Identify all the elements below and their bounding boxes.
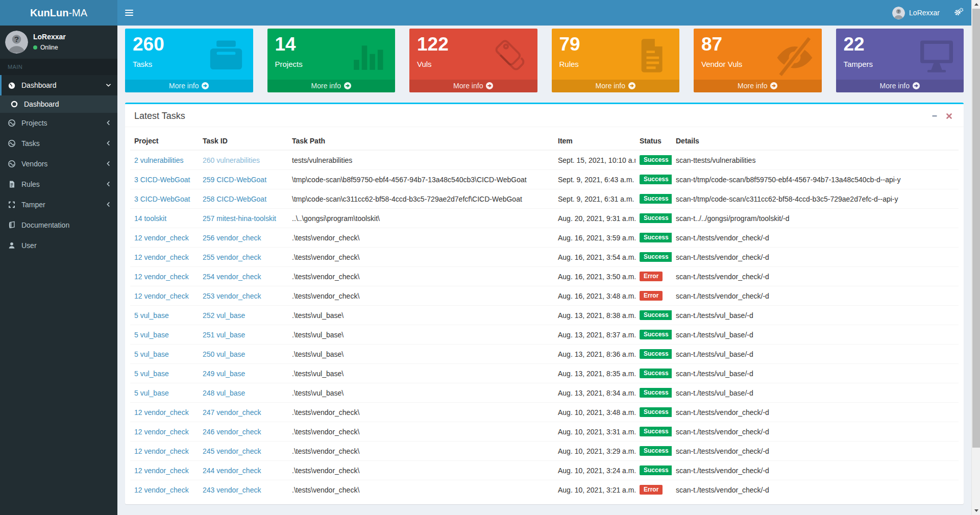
close-button[interactable] — [943, 110, 954, 121]
circle-o-icon — [10, 100, 19, 108]
task-details: scan-t./tests/vul_base/-d — [676, 370, 753, 378]
task-id-link[interactable]: 243 vendor_check — [203, 486, 261, 494]
project-link[interactable]: 5 vul_base — [134, 389, 169, 397]
sidebar-user-status[interactable]: Online — [33, 44, 66, 51]
task-id-link[interactable]: 249 vul_base — [203, 370, 245, 378]
task-id-link[interactable]: 258 CICD-WebGoat — [203, 195, 266, 203]
settings-button[interactable] — [946, 0, 971, 26]
task-id-link[interactable]: 246 vendor_check — [203, 428, 261, 436]
task-details: scan-t./tests/vendor_check/-d — [676, 486, 769, 494]
task-id-link[interactable]: 257 mitest-hina-toolskit — [203, 214, 276, 223]
task-id-link[interactable]: 244 vendor_check — [203, 467, 261, 475]
scroll-down-button[interactable] — [972, 506, 980, 515]
sidebar-link-tasks[interactable]: Tasks — [0, 133, 117, 154]
task-path-cell: .\tests\vendor_check\ — [288, 461, 554, 480]
collapse-button[interactable] — [929, 110, 940, 121]
person-icon — [8, 241, 17, 250]
project-link[interactable]: 5 vul_base — [134, 311, 169, 320]
task-details: scan-t../../gongsi/program/toolskit/-d — [676, 214, 790, 223]
status-badge-cell: Error — [635, 286, 672, 306]
info-box-tasks: 260TasksMore info — [125, 29, 253, 92]
more-info-link[interactable]: More info — [836, 80, 964, 92]
task-item-date-cell: Aug. 13, 2021, 8:35 a.m. — [554, 364, 635, 383]
project-link[interactable]: 12 vendor_check — [134, 234, 189, 242]
sidebar-link-vendors[interactable]: Vendors — [0, 154, 117, 174]
project-link-cell: 5 vul_base — [130, 345, 199, 364]
project-link[interactable]: 12 vendor_check — [134, 428, 189, 436]
task-id-link[interactable]: 251 vul_base — [203, 331, 245, 339]
brand-logo[interactable]: KunLun-MA — [0, 0, 117, 26]
task-id-link-cell: 255 vendor_check — [199, 248, 288, 267]
gears-icon — [953, 8, 964, 18]
project-link[interactable]: 12 vendor_check — [134, 467, 189, 475]
scrollbar-thumb[interactable] — [972, 9, 980, 448]
task-id-link[interactable]: 256 vendor_check — [203, 234, 261, 242]
task-id-link[interactable]: 260 vulnerabilities — [203, 156, 260, 164]
project-link[interactable]: 12 vendor_check — [134, 486, 189, 494]
main-header: KunLun-MA ? LoRexxar — [0, 0, 971, 26]
sidebar-item-user: User — [0, 235, 117, 256]
sidebar-link-tamper[interactable]: Tamper — [0, 194, 117, 215]
project-link-cell: 12 vendor_check — [130, 442, 199, 461]
sidebar-menu: DashboardDashboardProjectsTasksVendorsRu… — [0, 75, 117, 256]
task-path: .\tests\vendor_check\ — [292, 428, 359, 436]
project-link[interactable]: 3 CICD-WebGoat — [134, 176, 190, 184]
task-item-date: Aug. 13, 2021, 8:35 a.m. — [558, 370, 635, 378]
sidebar-item-label: Rules — [21, 180, 40, 188]
more-info-link[interactable]: More info — [409, 80, 537, 92]
book-icon — [8, 221, 17, 229]
user-menu[interactable]: ? LoRexxar — [886, 0, 946, 26]
project-link-cell: 3 CICD-WebGoat — [130, 170, 199, 189]
project-link[interactable]: 12 vendor_check — [134, 292, 189, 300]
scroll-up-button[interactable] — [972, 0, 980, 9]
project-link[interactable]: 5 vul_base — [134, 370, 169, 378]
task-path-cell: \tmp\code-scan\b8f59750-ebf4-4567-94b7-1… — [288, 170, 554, 189]
more-info-link[interactable]: More info — [125, 80, 253, 92]
vertical-scrollbar[interactable] — [971, 0, 980, 515]
task-details: scan-ttests/vulnerabilities — [676, 156, 755, 164]
project-link[interactable]: 2 vulnerabilities — [134, 156, 184, 164]
project-link[interactable]: 12 vendor_check — [134, 408, 189, 416]
sidebar-link-user[interactable]: User — [0, 235, 117, 256]
task-id-link[interactable]: 254 vendor_check — [203, 273, 261, 281]
file-text-icon — [8, 180, 17, 188]
sidebar-link-dashboard[interactable]: Dashboard — [0, 75, 117, 95]
more-info-link[interactable]: More info — [267, 80, 396, 92]
project-link-cell: 12 vendor_check — [130, 286, 199, 306]
more-info-link[interactable]: More info — [552, 80, 680, 92]
task-id-link[interactable]: 247 vendor_check — [203, 408, 261, 416]
project-link[interactable]: 5 vul_base — [134, 350, 169, 358]
more-info-label: More info — [453, 82, 483, 90]
sidebar-link-documentation[interactable]: Documentation — [0, 215, 117, 235]
sidebar-link-rules[interactable]: Rules — [0, 174, 117, 194]
task-path-cell: .\tests\vul_base\ — [288, 325, 554, 345]
task-id-link[interactable]: 252 vul_base — [203, 311, 245, 320]
table-row: 5 vul_base251 vul_base.\tests\vul_base\A… — [130, 325, 959, 345]
project-link[interactable]: 14 toolskit — [134, 214, 166, 223]
task-id-link[interactable]: 248 vul_base — [203, 389, 245, 397]
task-id-link-cell: 252 vul_base — [199, 306, 288, 325]
project-link[interactable]: 3 CICD-WebGoat — [134, 195, 190, 203]
sidebar-sublink-dashboard[interactable]: Dashboard — [0, 95, 117, 113]
table-row: 12 vendor_check255 vendor_check.\tests\v… — [130, 248, 959, 267]
sidebar-link-projects[interactable]: Projects — [0, 113, 117, 133]
project-link[interactable]: 12 vendor_check — [134, 253, 189, 261]
status-badge: Success — [640, 465, 672, 475]
info-box-value: 79 — [559, 35, 675, 54]
status-badge-cell: Success — [635, 422, 672, 442]
project-link[interactable]: 5 vul_base — [134, 331, 169, 339]
task-item-date-cell: Aug. 10, 2021, 3:31 a.m. — [554, 422, 635, 442]
task-id-link[interactable]: 255 vendor_check — [203, 253, 261, 261]
more-info-link[interactable]: More info — [694, 80, 822, 92]
task-item-date: Aug. 13, 2021, 8:38 a.m. — [558, 311, 635, 320]
task-item-date: Aug. 16, 2021, 3:50 a.m. — [558, 273, 635, 281]
task-id-link[interactable]: 259 CICD-WebGoat — [203, 176, 266, 184]
column-header-task-path: Task Path — [288, 132, 554, 150]
sidebar-toggle-button[interactable] — [117, 0, 140, 26]
task-id-link[interactable]: 253 vendor_check — [203, 292, 261, 300]
project-link[interactable]: 12 vendor_check — [134, 447, 189, 455]
task-id-link-cell: 248 vul_base — [199, 383, 288, 403]
task-id-link[interactable]: 250 vul_base — [203, 350, 245, 358]
task-id-link[interactable]: 245 vendor_check — [203, 447, 261, 455]
project-link[interactable]: 12 vendor_check — [134, 273, 189, 281]
